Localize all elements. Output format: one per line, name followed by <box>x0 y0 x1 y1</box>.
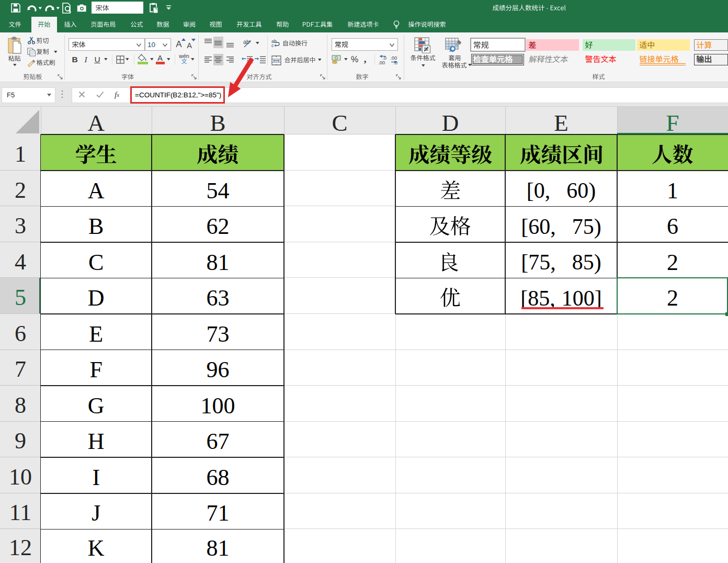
svg-text:c: c <box>271 43 274 48</box>
svg-text:ab: ab <box>243 39 249 45</box>
svg-text:.00: .00 <box>378 60 385 65</box>
svg-text:.0: .0 <box>393 60 397 65</box>
